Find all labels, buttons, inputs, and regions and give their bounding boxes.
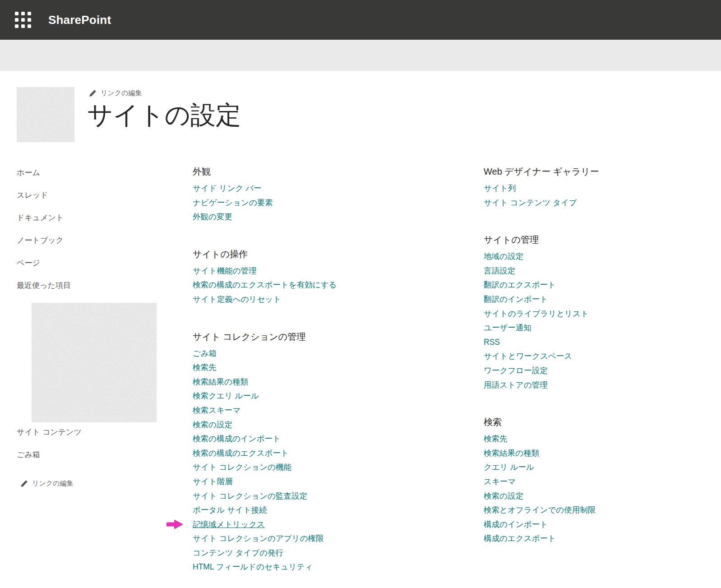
nav-item[interactable]: スレッド bbox=[17, 190, 48, 200]
waffle-icon bbox=[15, 12, 31, 28]
group-link-list: サイド リンク バーナビゲーションの要素外観の変更 bbox=[193, 181, 484, 224]
group-link-item: 検索先 bbox=[193, 361, 484, 375]
nav-item[interactable]: ドキュメント bbox=[17, 213, 64, 223]
group-link-item: 地域の設定 bbox=[484, 250, 721, 264]
settings-link[interactable]: 検索とオフラインでの使用制限 bbox=[484, 505, 596, 514]
settings-group: 外観サイド リンク バーナビゲーションの要素外観の変更 bbox=[193, 166, 484, 224]
group-link-list: 地域の設定言語設定翻訳のエクスポート翻訳のインポートサイトのライブラリとリストユ… bbox=[484, 250, 721, 392]
group-heading: 外観 bbox=[193, 166, 484, 177]
group-link-item: サイト定義へのリセット bbox=[193, 292, 484, 307]
settings-link[interactable]: 検索先 bbox=[484, 434, 508, 443]
group-link-item: HTML フィールドのセキュリティ bbox=[193, 560, 484, 574]
settings-link[interactable]: サイト定義へのリセット bbox=[193, 295, 281, 304]
group-link-item: サイト コンテンツ タイプ bbox=[484, 196, 721, 210]
settings-link[interactable]: ごみ箱 bbox=[193, 349, 217, 358]
settings-link[interactable]: 検索の構成のエクスポート bbox=[193, 449, 289, 458]
nav-list-item: ホーム bbox=[17, 161, 193, 184]
group-link-item: スキーマ bbox=[484, 475, 721, 489]
nav-list-item: ページ bbox=[17, 251, 193, 274]
nav-item[interactable]: ノートブック bbox=[17, 235, 64, 245]
group-link-item: サイト列 bbox=[484, 181, 721, 196]
settings-column-middle: 外観サイド リンク バーナビゲーションの要素外観の変更サイトの操作サイト機能の管… bbox=[193, 166, 484, 588]
settings-link[interactable]: コンテンツ タイプの発行 bbox=[193, 548, 283, 557]
group-link-item: 用語ストアの管理 bbox=[484, 378, 721, 393]
group-heading: 検索 bbox=[484, 416, 721, 428]
settings-link[interactable]: ポータル サイト接続 bbox=[193, 505, 267, 514]
settings-link[interactable]: サイド リンク バー bbox=[193, 184, 262, 193]
group-heading: サイト コレクションの管理 bbox=[193, 331, 484, 343]
group-link-item: コンテンツ タイプの発行 bbox=[193, 546, 484, 560]
settings-link[interactable]: 検索の構成のインポート bbox=[193, 434, 281, 443]
page-header: リンクの編集 サイトの設定 bbox=[17, 71, 721, 142]
group-link-item: 検索クエリ ルール bbox=[193, 389, 484, 403]
settings-link[interactable]: 構成のエクスポート bbox=[484, 534, 556, 543]
nav-item[interactable]: ごみ箱 bbox=[17, 449, 40, 460]
settings-group: サイト コレクションの管理ごみ箱検索先検索結果の種類検索クエリ ルール検索スキー… bbox=[193, 331, 484, 575]
settings-link[interactable]: 翻訳のインポート bbox=[484, 295, 548, 304]
nav-item[interactable]: ホーム bbox=[17, 167, 40, 178]
settings-link[interactable]: HTML フィールドのセキュリティ bbox=[193, 562, 313, 571]
settings-link[interactable]: 翻訳のエクスポート bbox=[484, 280, 556, 289]
settings-link[interactable]: サイト階層 bbox=[193, 477, 233, 486]
nav-item[interactable]: サイト コンテンツ bbox=[17, 427, 82, 437]
group-link-list: サイト列サイト コンテンツ タイプ bbox=[484, 181, 721, 210]
group-link-item: 検索の構成のインポート bbox=[193, 432, 484, 446]
settings-link[interactable]: 検索の構成のエクスポートを有効にする bbox=[193, 280, 337, 289]
settings-group: 検索検索先検索結果の種類クエリ ルールスキーマ検索の設定検索とオフラインでの使用… bbox=[484, 416, 721, 546]
settings-link[interactable]: サイトとワークスペース bbox=[484, 352, 572, 361]
settings-link[interactable]: サイト コレクションの監査設定 bbox=[193, 491, 307, 500]
settings-link[interactable]: サイト コレクションの機能 bbox=[193, 463, 291, 472]
settings-link[interactable]: クエリ ルール bbox=[484, 463, 534, 472]
group-link-item: クエリ ルール bbox=[484, 460, 721, 475]
settings-link[interactable]: 検索スキーマ bbox=[193, 406, 240, 415]
nav-list-top: ホームスレッドドキュメントノートブックページ最近使った項目 bbox=[17, 161, 193, 296]
settings-link[interactable]: サイト機能の管理 bbox=[193, 266, 257, 275]
header-text: リンクの編集 サイトの設定 bbox=[89, 89, 241, 142]
settings-link[interactable]: スキーマ bbox=[484, 477, 516, 486]
group-link-list: 検索先検索結果の種類クエリ ルールスキーマ検索の設定検索とオフラインでの使用制限… bbox=[484, 432, 721, 546]
settings-link[interactable]: 地域の設定 bbox=[484, 252, 523, 261]
settings-link[interactable]: サイトのライブラリとリスト bbox=[484, 309, 589, 318]
edit-links-button[interactable]: リンクの編集 bbox=[20, 479, 73, 488]
settings-link[interactable]: 検索先 bbox=[193, 363, 217, 372]
nav-item[interactable]: ページ bbox=[17, 258, 40, 268]
settings-link[interactable]: 構成のインポート bbox=[484, 520, 548, 529]
suite-bar: SharePoint bbox=[0, 0, 721, 40]
settings-link[interactable]: サイト コンテンツ タイプ bbox=[484, 198, 577, 207]
settings-link[interactable]: 検索結果の種類 bbox=[484, 449, 539, 458]
page-content: リンクの編集 サイトの設定 ホームスレッドドキュメントノートブックページ最近使っ… bbox=[0, 71, 721, 588]
settings-link[interactable]: RSS bbox=[484, 338, 500, 347]
nav-item[interactable]: 最近使った項目 bbox=[17, 280, 71, 291]
group-link-item: サイトとワークスペース bbox=[484, 349, 721, 364]
settings-link[interactable]: 外観の変更 bbox=[193, 212, 232, 221]
nav-list-item: ノートブック bbox=[17, 229, 193, 251]
ribbon-band bbox=[0, 40, 721, 71]
main-area: ホームスレッドドキュメントノートブックページ最近使った項目 サイト コンテンツご… bbox=[17, 166, 721, 588]
settings-link[interactable]: 用語ストアの管理 bbox=[484, 380, 548, 389]
settings-link[interactable]: ナビゲーションの要素 bbox=[193, 198, 273, 207]
settings-group: サイトの操作サイト機能の管理検索の構成のエクスポートを有効にするサイト定義へのリ… bbox=[193, 248, 484, 307]
pencil-icon bbox=[89, 89, 97, 97]
settings-link[interactable]: ユーザー通知 bbox=[484, 323, 532, 332]
settings-link[interactable]: サイト コレクションのアプリの権限 bbox=[193, 534, 324, 543]
settings-link[interactable]: 言語設定 bbox=[484, 266, 515, 275]
group-link-item: 検索とオフラインでの使用制限 bbox=[484, 503, 721, 518]
group-link-item: ごみ箱 bbox=[193, 347, 484, 361]
settings-link[interactable]: 記憶域メトリックス bbox=[193, 520, 265, 529]
group-link-item: ポータル サイト接続 bbox=[193, 503, 484, 518]
nav-list-item: スレッド bbox=[17, 184, 193, 206]
settings-group: サイトの管理地域の設定言語設定翻訳のエクスポート翻訳のインポートサイトのライブラ… bbox=[484, 234, 721, 392]
settings-column-right: Web デザイナー ギャラリーサイト列サイト コンテンツ タイプサイトの管理地域… bbox=[484, 166, 721, 570]
settings-link[interactable]: 検索の設定 bbox=[484, 491, 523, 500]
settings-link[interactable]: 検索の設定 bbox=[193, 420, 232, 429]
settings-link[interactable]: サイト列 bbox=[484, 184, 516, 193]
group-link-item: 検索先 bbox=[484, 432, 721, 446]
group-heading: Web デザイナー ギャラリー bbox=[484, 166, 721, 177]
group-link-item: サイト コレクションのアプリの権限 bbox=[193, 532, 484, 546]
app-launcher-button[interactable] bbox=[15, 12, 31, 28]
group-link-item: 検索結果の種類 bbox=[193, 375, 484, 389]
settings-link[interactable]: ワークフロー設定 bbox=[484, 366, 548, 375]
edit-links-button[interactable]: リンクの編集 bbox=[89, 89, 142, 97]
settings-link[interactable]: 検索結果の種類 bbox=[193, 377, 248, 386]
settings-link[interactable]: 検索クエリ ルール bbox=[193, 391, 259, 400]
